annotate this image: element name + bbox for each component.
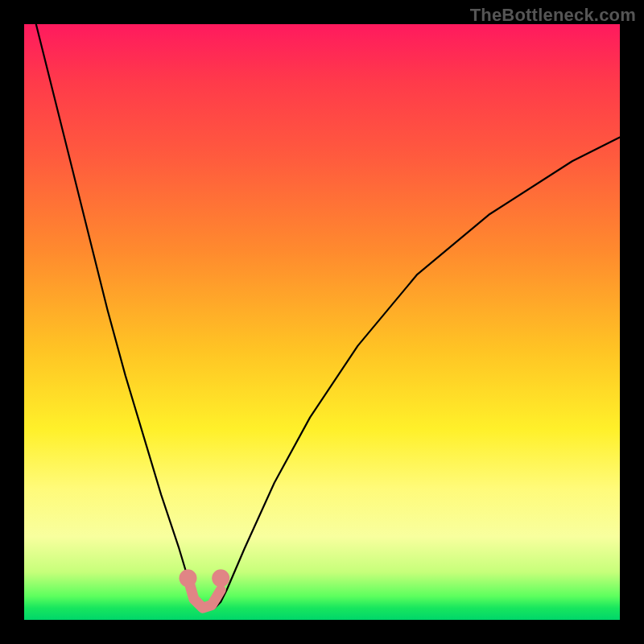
watermark-text: TheBottleneck.com <box>470 5 636 26</box>
left-marker-icon <box>180 569 197 587</box>
plot-area <box>24 24 620 620</box>
bottleneck-curve <box>36 24 620 608</box>
curve-layer <box>24 24 620 620</box>
chart-frame: TheBottleneck.com <box>0 0 644 644</box>
right-marker-icon <box>212 569 229 587</box>
